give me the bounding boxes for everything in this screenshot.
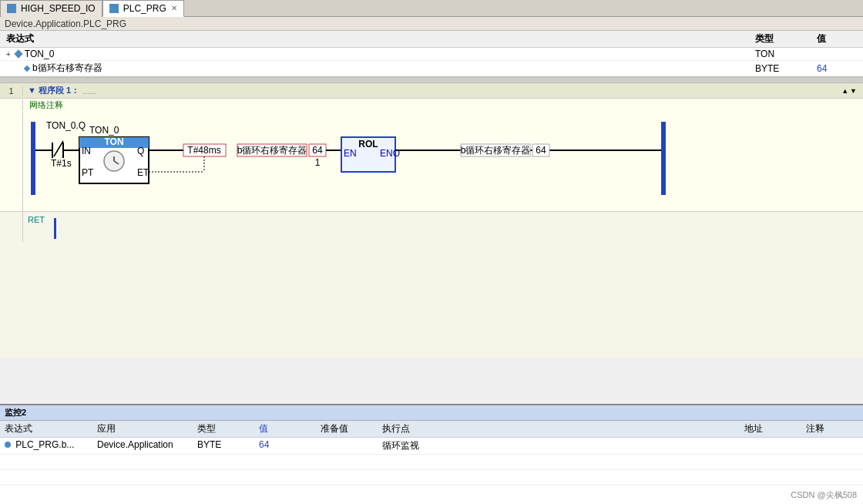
mon-row0-icon — [5, 442, 11, 448]
mon-header-exec: 执行点 — [378, 422, 740, 435]
ton-pt-pin: PT — [82, 167, 94, 178]
network-dots: ...... — [82, 86, 96, 96]
breg-label: b循环右移寄存器 — [32, 62, 102, 75]
mon-row0-expr-text: PLC_PRG.b... — [15, 439, 74, 450]
tab-label-plc-prg: PLC_PRG — [123, 3, 166, 14]
right-rail — [661, 122, 666, 195]
separator-top — [0, 77, 863, 83]
monitor-empty-row-1 — [0, 455, 863, 470]
breg-val-text: 64 — [312, 145, 323, 156]
scroll-up-arrow[interactable]: ▲ — [841, 87, 848, 95]
monitor-panel: 监控2 表达式 应用 类型 值 准备值 执行点 地址 注释 PLC_PRG.b.… — [0, 404, 863, 504]
mon-header-prep: 准备值 — [316, 422, 378, 435]
ret-row: RET — [0, 211, 863, 242]
network-comment-row: 网络注释 — [0, 99, 863, 112]
mon-row0-exec: 循环监视 — [378, 439, 740, 452]
path-bar: Device.Application.PLC_PRG — [0, 17, 863, 31]
pt-value-text: T#48ms — [187, 145, 220, 156]
diamond-breg — [24, 65, 30, 71]
monitor-empty-row-2 — [0, 470, 863, 486]
contact-bottom-label: T#1s — [51, 158, 72, 169]
monitor-data-row-0: PLC_PRG.b... Device.Application BYTE 64 … — [0, 438, 863, 455]
ladder-svg: TON_0.Q T#1s TON_0 — [29, 118, 784, 203]
mon-header-expr: 表达式 — [0, 422, 92, 435]
tab-close-plc-prg[interactable]: ✕ — [171, 4, 177, 12]
mon-row0-addr — [740, 439, 801, 452]
type-ton0: TON — [755, 49, 817, 59]
main-container: HIGH_SPEED_IO PLC_PRG ✕ Device.Applicati… — [0, 0, 863, 504]
val-breg: 64 — [817, 63, 863, 74]
mon-row0-expr: PLC_PRG.b... — [0, 439, 92, 452]
tab-high-speed-io[interactable]: HIGH_SPEED_IO — [0, 0, 102, 17]
mon-row0-type: BYTE — [193, 439, 254, 452]
monitor-table-header: 表达式 应用 类型 值 准备值 执行点 地址 注释 — [0, 421, 863, 438]
ret-rail — [54, 218, 863, 239]
mon-row0-val: 64 — [254, 439, 316, 452]
type-breg: BYTE — [755, 63, 817, 74]
rop-count: 1 — [315, 157, 321, 168]
ret-line-num — [0, 212, 23, 242]
expr-breg: b循环右移寄存器 — [0, 62, 755, 75]
ret-label: RET — [23, 212, 49, 242]
tab-plc-prg[interactable]: PLC_PRG ✕ — [102, 0, 184, 17]
tab-bar: HIGH_SPEED_IO PLC_PRG ✕ — [0, 0, 863, 17]
expr-ton0: + TON_0 — [0, 49, 755, 59]
expand-ton0[interactable]: + — [6, 50, 11, 59]
network-comment: 网络注释 — [23, 99, 63, 111]
mon-header-note: 注释 — [801, 422, 863, 435]
monitor-header: 监控2 — [0, 405, 863, 421]
mon-header-addr: 地址 — [740, 422, 801, 435]
ton-title-text: TON — [104, 136, 123, 147]
tab-icon-high-speed — [7, 4, 16, 13]
mon-header-app: 应用 — [92, 422, 193, 435]
contact-top-label: TON_0.Q — [46, 120, 86, 131]
breg-out-val-text: 64 — [536, 145, 546, 156]
ladder-row: TON_0.Q T#1s TON_0 — [0, 112, 863, 211]
variable-table: 表达式 类型 值 + TON_0 TON b循环右移寄存器 BYTE 64 — [0, 31, 863, 77]
ton0-label: TON_0 — [25, 49, 54, 59]
line-num-space — [0, 99, 23, 111]
header-val: 值 — [817, 32, 863, 45]
scroll-down-arrow[interactable]: ▼ — [850, 87, 857, 95]
mon-row0-prep — [316, 439, 378, 452]
mon-header-type: 类型 — [193, 422, 254, 435]
network-title-area: ▼ 程序段 1： ...... — [23, 85, 841, 96]
mon-row0-note — [801, 439, 863, 452]
rol-en-pin: EN — [344, 148, 357, 159]
ton-et-pin: ET — [137, 167, 149, 178]
diamond-ton0 — [14, 49, 22, 58]
left-rail — [31, 122, 35, 195]
scroll-arrows: ▲ ▼ — [841, 87, 857, 95]
tab-label-high-speed: HIGH_SPEED_IO — [21, 3, 96, 14]
breg-out-label: b循环右移寄存器 — [461, 145, 531, 156]
watermark: CSDN @尖枫508 — [791, 489, 857, 501]
line-num-1: 1 — [0, 86, 23, 96]
tab-icon-plc-prg — [109, 4, 119, 13]
breg-box1-label: b循环右移寄存器 — [237, 145, 307, 156]
ton-name-label: TON_0 — [89, 125, 119, 136]
line-num-ladder — [0, 112, 23, 211]
path-text: Device.Application.PLC_PRG — [5, 18, 126, 29]
empty-space — [0, 358, 863, 404]
mon-header-val: 值 — [254, 422, 316, 435]
ton-in-pin: IN — [82, 146, 91, 156]
ladder-content: TON_0.Q T#1s TON_0 — [23, 112, 863, 211]
mon-row0-app: Device.Application — [92, 439, 193, 452]
code-section: 1 ▼ 程序段 1： ...... ▲ ▼ 网络注释 — [0, 83, 863, 358]
ton-q-pin: Q — [137, 146, 144, 156]
header-expr: 表达式 — [0, 32, 755, 45]
network-label[interactable]: ▼ 程序段 1： — [28, 85, 79, 96]
rol-title-text: ROL — [358, 139, 378, 150]
var-table-header: 表达式 类型 值 — [0, 31, 863, 48]
var-row-breg: b循环右移寄存器 BYTE 64 — [0, 61, 863, 76]
network-header-row: 1 ▼ 程序段 1： ...... ▲ ▼ — [0, 83, 863, 99]
header-type: 类型 — [755, 32, 817, 45]
contact-slash — [54, 141, 63, 156]
var-row-ton0: + TON_0 TON — [0, 48, 863, 61]
